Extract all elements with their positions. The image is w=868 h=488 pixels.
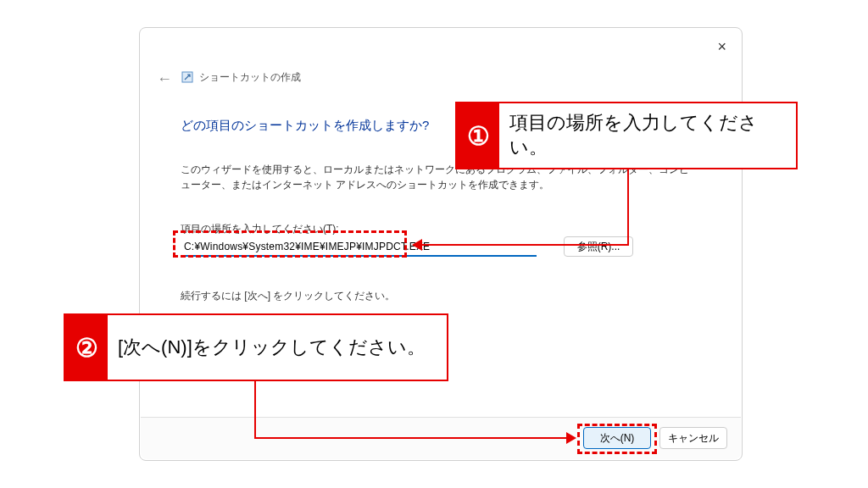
arrow-2-head <box>566 432 576 444</box>
annotation-text-1: 項目の場所を入力してください。 <box>499 108 796 163</box>
annotation-text-2: [次へ(N)]をクリックしてください。 <box>108 332 436 363</box>
cancel-button[interactable]: キャンセル <box>659 427 727 449</box>
annotation-badge-2: ② <box>65 315 108 380</box>
annotation-badge-1: ① <box>457 103 499 168</box>
close-icon[interactable]: × <box>717 38 726 56</box>
browse-button[interactable]: 参照(R)... <box>564 236 633 257</box>
wizard-heading: どの項目のショートカットを作成しますか? <box>181 118 429 134</box>
dialog-title: ショートカットの作成 <box>199 70 301 85</box>
annotation-step-2: ② [次へ(N)]をクリックしてください。 <box>64 313 448 381</box>
path-field-label: 項目の場所を入力してください(T): <box>181 222 339 236</box>
next-button[interactable]: 次へ(N) <box>583 427 651 449</box>
arrow-1-horizontal <box>422 244 629 246</box>
continue-instruction: 続行するには [次へ] をクリックしてください。 <box>181 289 395 303</box>
arrow-2-vertical <box>254 381 256 439</box>
arrow-1-vertical <box>627 169 629 246</box>
shortcut-icon <box>181 70 194 84</box>
annotation-step-1: ① 項目の場所を入力してください。 <box>455 102 798 169</box>
back-arrow-icon[interactable]: ← <box>157 70 172 88</box>
path-input[interactable] <box>181 238 537 257</box>
arrow-1-head <box>412 239 422 251</box>
arrow-2-horizontal <box>254 437 566 439</box>
